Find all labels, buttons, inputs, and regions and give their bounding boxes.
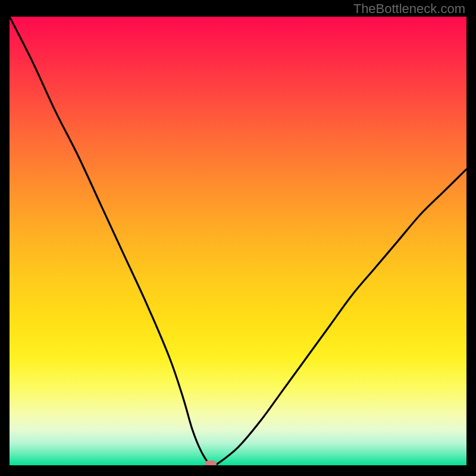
bottleneck-curve (10, 17, 466, 465)
optimal-marker (205, 461, 217, 465)
watermark-text: TheBottleneck.com (353, 1, 465, 17)
plot-area (10, 17, 466, 465)
